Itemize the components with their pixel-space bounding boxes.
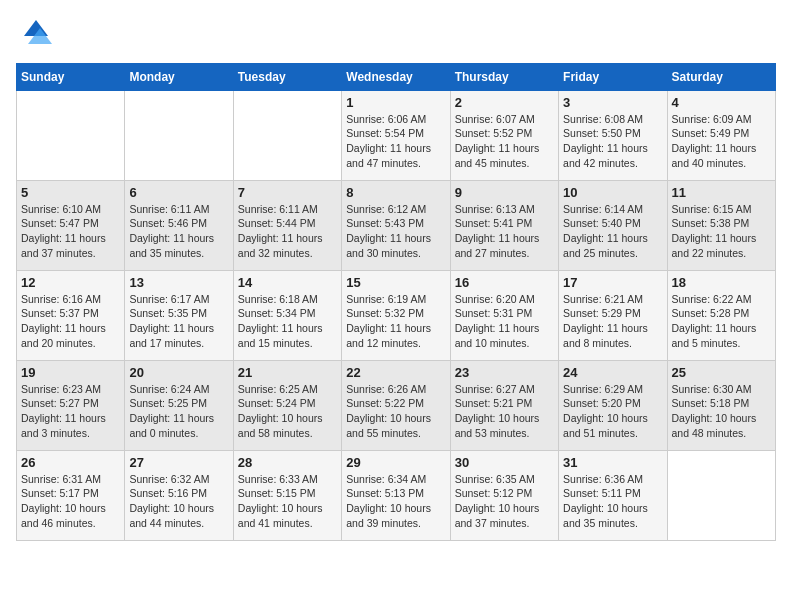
calendar-table: SundayMondayTuesdayWednesdayThursdayFrid… <box>16 63 776 541</box>
day-number: 22 <box>346 365 445 380</box>
calendar-cell: 12Sunrise: 6:16 AM Sunset: 5:37 PM Dayli… <box>17 270 125 360</box>
day-number: 5 <box>21 185 120 200</box>
day-number: 24 <box>563 365 662 380</box>
header-thursday: Thursday <box>450 63 558 90</box>
day-info: Sunrise: 6:11 AM Sunset: 5:44 PM Dayligh… <box>238 202 337 261</box>
day-number: 26 <box>21 455 120 470</box>
day-info: Sunrise: 6:34 AM Sunset: 5:13 PM Dayligh… <box>346 472 445 531</box>
day-info: Sunrise: 6:17 AM Sunset: 5:35 PM Dayligh… <box>129 292 228 351</box>
header-saturday: Saturday <box>667 63 775 90</box>
day-number: 16 <box>455 275 554 290</box>
calendar-cell: 5Sunrise: 6:10 AM Sunset: 5:47 PM Daylig… <box>17 180 125 270</box>
calendar-cell: 24Sunrise: 6:29 AM Sunset: 5:20 PM Dayli… <box>559 360 667 450</box>
calendar-cell: 22Sunrise: 6:26 AM Sunset: 5:22 PM Dayli… <box>342 360 450 450</box>
day-info: Sunrise: 6:27 AM Sunset: 5:21 PM Dayligh… <box>455 382 554 441</box>
day-number: 2 <box>455 95 554 110</box>
day-info: Sunrise: 6:21 AM Sunset: 5:29 PM Dayligh… <box>563 292 662 351</box>
day-number: 20 <box>129 365 228 380</box>
day-number: 4 <box>672 95 771 110</box>
calendar-cell <box>233 90 341 180</box>
page-header <box>16 16 776 53</box>
day-number: 18 <box>672 275 771 290</box>
day-info: Sunrise: 6:29 AM Sunset: 5:20 PM Dayligh… <box>563 382 662 441</box>
calendar-cell: 30Sunrise: 6:35 AM Sunset: 5:12 PM Dayli… <box>450 450 558 540</box>
header-sunday: Sunday <box>17 63 125 90</box>
calendar-cell: 1Sunrise: 6:06 AM Sunset: 5:54 PM Daylig… <box>342 90 450 180</box>
day-info: Sunrise: 6:25 AM Sunset: 5:24 PM Dayligh… <box>238 382 337 441</box>
calendar-cell <box>667 450 775 540</box>
calendar-cell: 13Sunrise: 6:17 AM Sunset: 5:35 PM Dayli… <box>125 270 233 360</box>
calendar-cell: 20Sunrise: 6:24 AM Sunset: 5:25 PM Dayli… <box>125 360 233 450</box>
calendar-cell <box>125 90 233 180</box>
day-number: 17 <box>563 275 662 290</box>
day-info: Sunrise: 6:33 AM Sunset: 5:15 PM Dayligh… <box>238 472 337 531</box>
day-number: 8 <box>346 185 445 200</box>
day-number: 9 <box>455 185 554 200</box>
day-info: Sunrise: 6:13 AM Sunset: 5:41 PM Dayligh… <box>455 202 554 261</box>
calendar-cell: 7Sunrise: 6:11 AM Sunset: 5:44 PM Daylig… <box>233 180 341 270</box>
calendar-cell: 26Sunrise: 6:31 AM Sunset: 5:17 PM Dayli… <box>17 450 125 540</box>
calendar-cell: 19Sunrise: 6:23 AM Sunset: 5:27 PM Dayli… <box>17 360 125 450</box>
day-number: 27 <box>129 455 228 470</box>
day-info: Sunrise: 6:20 AM Sunset: 5:31 PM Dayligh… <box>455 292 554 351</box>
day-number: 28 <box>238 455 337 470</box>
calendar-cell: 17Sunrise: 6:21 AM Sunset: 5:29 PM Dayli… <box>559 270 667 360</box>
day-number: 7 <box>238 185 337 200</box>
calendar-cell: 10Sunrise: 6:14 AM Sunset: 5:40 PM Dayli… <box>559 180 667 270</box>
day-info: Sunrise: 6:19 AM Sunset: 5:32 PM Dayligh… <box>346 292 445 351</box>
day-info: Sunrise: 6:26 AM Sunset: 5:22 PM Dayligh… <box>346 382 445 441</box>
day-number: 19 <box>21 365 120 380</box>
day-number: 3 <box>563 95 662 110</box>
day-info: Sunrise: 6:08 AM Sunset: 5:50 PM Dayligh… <box>563 112 662 171</box>
day-number: 25 <box>672 365 771 380</box>
week-row-3: 19Sunrise: 6:23 AM Sunset: 5:27 PM Dayli… <box>17 360 776 450</box>
calendar-cell: 16Sunrise: 6:20 AM Sunset: 5:31 PM Dayli… <box>450 270 558 360</box>
week-row-2: 12Sunrise: 6:16 AM Sunset: 5:37 PM Dayli… <box>17 270 776 360</box>
calendar-cell: 4Sunrise: 6:09 AM Sunset: 5:49 PM Daylig… <box>667 90 775 180</box>
logo <box>16 16 52 53</box>
day-number: 13 <box>129 275 228 290</box>
day-info: Sunrise: 6:07 AM Sunset: 5:52 PM Dayligh… <box>455 112 554 171</box>
logo-icon <box>20 16 52 48</box>
day-info: Sunrise: 6:06 AM Sunset: 5:54 PM Dayligh… <box>346 112 445 171</box>
calendar-cell: 8Sunrise: 6:12 AM Sunset: 5:43 PM Daylig… <box>342 180 450 270</box>
day-number: 31 <box>563 455 662 470</box>
day-info: Sunrise: 6:36 AM Sunset: 5:11 PM Dayligh… <box>563 472 662 531</box>
day-info: Sunrise: 6:16 AM Sunset: 5:37 PM Dayligh… <box>21 292 120 351</box>
week-row-1: 5Sunrise: 6:10 AM Sunset: 5:47 PM Daylig… <box>17 180 776 270</box>
calendar-cell: 14Sunrise: 6:18 AM Sunset: 5:34 PM Dayli… <box>233 270 341 360</box>
header-monday: Monday <box>125 63 233 90</box>
day-number: 6 <box>129 185 228 200</box>
day-number: 12 <box>21 275 120 290</box>
day-info: Sunrise: 6:32 AM Sunset: 5:16 PM Dayligh… <box>129 472 228 531</box>
header-tuesday: Tuesday <box>233 63 341 90</box>
day-number: 15 <box>346 275 445 290</box>
day-number: 14 <box>238 275 337 290</box>
day-number: 10 <box>563 185 662 200</box>
calendar-cell: 18Sunrise: 6:22 AM Sunset: 5:28 PM Dayli… <box>667 270 775 360</box>
day-number: 1 <box>346 95 445 110</box>
calendar-cell: 6Sunrise: 6:11 AM Sunset: 5:46 PM Daylig… <box>125 180 233 270</box>
day-info: Sunrise: 6:11 AM Sunset: 5:46 PM Dayligh… <box>129 202 228 261</box>
day-info: Sunrise: 6:23 AM Sunset: 5:27 PM Dayligh… <box>21 382 120 441</box>
calendar-cell: 29Sunrise: 6:34 AM Sunset: 5:13 PM Dayli… <box>342 450 450 540</box>
calendar-cell: 15Sunrise: 6:19 AM Sunset: 5:32 PM Dayli… <box>342 270 450 360</box>
day-number: 11 <box>672 185 771 200</box>
calendar-cell: 28Sunrise: 6:33 AM Sunset: 5:15 PM Dayli… <box>233 450 341 540</box>
calendar-cell: 23Sunrise: 6:27 AM Sunset: 5:21 PM Dayli… <box>450 360 558 450</box>
header-friday: Friday <box>559 63 667 90</box>
week-row-0: 1Sunrise: 6:06 AM Sunset: 5:54 PM Daylig… <box>17 90 776 180</box>
day-info: Sunrise: 6:24 AM Sunset: 5:25 PM Dayligh… <box>129 382 228 441</box>
header-row: SundayMondayTuesdayWednesdayThursdayFrid… <box>17 63 776 90</box>
day-info: Sunrise: 6:10 AM Sunset: 5:47 PM Dayligh… <box>21 202 120 261</box>
day-info: Sunrise: 6:31 AM Sunset: 5:17 PM Dayligh… <box>21 472 120 531</box>
calendar-cell: 25Sunrise: 6:30 AM Sunset: 5:18 PM Dayli… <box>667 360 775 450</box>
day-info: Sunrise: 6:35 AM Sunset: 5:12 PM Dayligh… <box>455 472 554 531</box>
calendar-cell: 9Sunrise: 6:13 AM Sunset: 5:41 PM Daylig… <box>450 180 558 270</box>
day-info: Sunrise: 6:14 AM Sunset: 5:40 PM Dayligh… <box>563 202 662 261</box>
calendar-header: SundayMondayTuesdayWednesdayThursdayFrid… <box>17 63 776 90</box>
day-number: 23 <box>455 365 554 380</box>
header-wednesday: Wednesday <box>342 63 450 90</box>
calendar-cell: 21Sunrise: 6:25 AM Sunset: 5:24 PM Dayli… <box>233 360 341 450</box>
day-info: Sunrise: 6:15 AM Sunset: 5:38 PM Dayligh… <box>672 202 771 261</box>
